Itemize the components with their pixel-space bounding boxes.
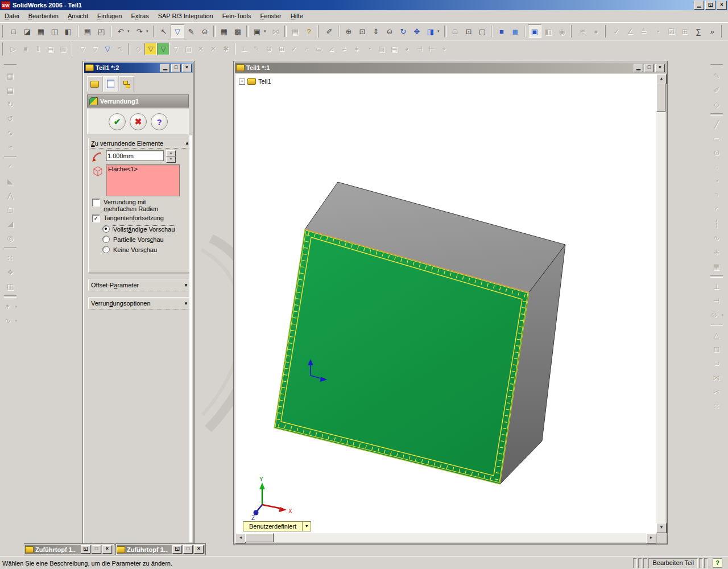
sketch-pencil-icon[interactable]: ✎ <box>184 24 198 38</box>
mini2-restore-button[interactable]: ◱ <box>172 545 182 554</box>
shaded-icon[interactable]: ◼ <box>508 24 522 38</box>
app-restore-button[interactable]: ◱ <box>705 1 715 10</box>
partial-preview-radio[interactable] <box>102 236 110 243</box>
quick-tips-help-icon[interactable]: ? <box>713 558 722 568</box>
scroll-right-icon[interactable]: ► <box>646 533 656 543</box>
help-icon[interactable]: ? <box>302 24 316 38</box>
menu-extras[interactable]: Extras <box>126 11 153 22</box>
quick-snaps-icon[interactable]: ✐ <box>322 24 336 38</box>
save-icon[interactable]: ▦ <box>34 24 48 38</box>
view-orientation-label[interactable]: Benutzerdefiniert <box>243 521 303 531</box>
cancel-button[interactable]: ✖ <box>130 113 147 130</box>
toolbar-grip[interactable] <box>605 25 607 38</box>
redo-dropdown-icon[interactable]: ▾ <box>146 25 151 38</box>
wireframe-icon[interactable]: □ <box>448 24 462 38</box>
offset-parameters-bar[interactable]: Offset-Parameter ▼ <box>88 279 191 291</box>
pm-maximize-button[interactable]: □ <box>171 64 181 72</box>
tangent-propagation-checkbox[interactable]: ✓ <box>92 215 100 222</box>
zoom-to-fit-icon[interactable]: ⊕ <box>342 24 355 38</box>
expand-arrow2-icon[interactable]: ▼ <box>184 301 188 306</box>
full-preview-radio[interactable] <box>102 225 110 233</box>
toolbar-grip[interactable] <box>71 43 74 55</box>
undo-icon[interactable]: ↶ <box>114 24 127 38</box>
undo-dropdown-icon[interactable]: ▾ <box>127 25 133 38</box>
vp-close-button[interactable]: × <box>655 64 665 72</box>
filter-surfaces-icon[interactable]: ▽ <box>157 43 169 55</box>
expand-arrow-icon[interactable]: ▼ <box>184 283 188 288</box>
horizontal-scrollbar[interactable]: ◄ ► <box>235 533 656 542</box>
pm-minimize-button[interactable]: ▁ <box>160 64 170 72</box>
equations-icon[interactable]: ∑ <box>692 24 705 38</box>
pan-icon[interactable]: ✥ <box>410 24 424 38</box>
toolbar-grip[interactable] <box>570 25 573 38</box>
rotate-view-icon[interactable]: ↻ <box>396 24 410 38</box>
toolbar-grip[interactable] <box>4 64 16 67</box>
filter-enable-icon[interactable]: ▽ <box>101 43 114 55</box>
spin-down-icon[interactable]: ▼ <box>166 156 176 163</box>
pm-close-button[interactable]: × <box>182 64 192 72</box>
menu-hilfe[interactable]: Hilfe <box>286 11 308 22</box>
graphics-area[interactable]: Y X Z + Teil1 Be <box>235 74 656 533</box>
reference-axis-icon[interactable]: ⊥ <box>726 24 728 38</box>
view-orientation-icon[interactable]: ◨ <box>424 24 437 38</box>
tree-root-label[interactable]: Teil1 <box>258 78 271 85</box>
zoom-to-area-icon[interactable]: ⊡ <box>355 24 369 38</box>
ok-button[interactable]: ✔ <box>109 113 126 130</box>
radius-spinner[interactable]: ▲▼ <box>166 150 176 163</box>
toolbar-grip[interactable] <box>2 43 5 55</box>
window-layout-icon[interactable]: ▩ <box>231 24 245 38</box>
vp-maximize-button[interactable]: □ <box>644 64 654 72</box>
open-document-icon[interactable]: ◪ <box>20 24 34 38</box>
multiple-radius-checkbox[interactable] <box>92 199 100 207</box>
selection-item[interactable]: Fläche<1> <box>108 166 177 172</box>
tab-feature-manager[interactable] <box>87 76 102 92</box>
hscroll-thumb[interactable] <box>245 533 274 542</box>
minimized-window-2[interactable]: Zuführtopf 1... ◱ □ × <box>115 543 206 555</box>
menu-sap-r-3-integration[interactable]: SAP R/3 Integration <box>154 11 218 22</box>
shadows-in-shaded-icon[interactable]: ▣ <box>528 24 541 38</box>
toolbar-grip[interactable] <box>721 25 723 38</box>
app-close-button[interactable]: × <box>717 1 727 10</box>
mini1-close-button[interactable]: × <box>102 545 112 554</box>
hidden-lines-visible-icon[interactable]: ⊡ <box>462 24 475 38</box>
selection-filter-icon[interactable]: ▽ <box>171 24 184 38</box>
overflow-chevron-icon[interactable]: » <box>705 24 719 38</box>
view-orientation-dropdown-icon[interactable]: ▾ <box>437 25 442 38</box>
appearance-icon[interactable]: ▣ <box>250 24 264 38</box>
make-assembly-from-part-icon[interactable]: ◧ <box>61 24 75 38</box>
select-arrow-icon[interactable]: ↖ <box>157 24 171 38</box>
vertical-scrollbar[interactable]: ▲ ▼ <box>656 74 665 533</box>
scroll-up-icon[interactable]: ▲ <box>656 74 667 84</box>
toolbar-grip[interactable] <box>317 25 320 38</box>
vp-window-titlebar[interactable]: Teil1 *:1 ▁ □ × <box>235 63 666 73</box>
menu-datei[interactable]: Datei <box>0 11 24 22</box>
mini1-restore-button[interactable]: ◱ <box>81 545 90 554</box>
fillet-options-bar[interactable]: Verrundungsoptionen ▼ <box>88 297 191 310</box>
pm-window-titlebar[interactable]: Teil1 *:2 ▁ □ × <box>84 63 193 73</box>
hidden-lines-removed-icon[interactable]: ▢ <box>475 24 489 38</box>
spin-up-icon[interactable]: ▲ <box>166 150 176 156</box>
mini2-maximize-button[interactable]: □ <box>183 545 193 554</box>
menu-einf-gen[interactable]: Einfügen <box>93 11 126 22</box>
view-orientation-dropdown-icon[interactable]: ▼ <box>303 521 311 531</box>
print-preview-icon[interactable]: ◰ <box>94 24 108 38</box>
no-preview-radio[interactable] <box>102 246 110 253</box>
pm-help-button[interactable]: ? <box>151 113 168 130</box>
scroll-left-icon[interactable]: ◄ <box>235 533 246 543</box>
view-orientation-button[interactable]: Benutzerdefiniert ▼ <box>243 521 311 531</box>
tab-property-manager[interactable] <box>103 76 118 92</box>
vscroll-thumb[interactable] <box>656 84 665 112</box>
mini2-close-button[interactable]: × <box>194 545 204 554</box>
app-minimize-button[interactable]: ▁ <box>694 1 704 10</box>
make-drawing-from-part-icon[interactable]: ◫ <box>48 24 61 38</box>
group-items-title[interactable]: Zu verrundende Elemente ▲ <box>89 138 192 149</box>
radius-input[interactable] <box>106 150 164 161</box>
tab-configuration-manager[interactable] <box>119 76 134 92</box>
menu-fein-tools[interactable]: Fein-Tools <box>218 11 256 22</box>
new-document-icon[interactable]: □ <box>7 24 20 38</box>
shaded-with-edges-icon[interactable]: ■ <box>495 24 508 38</box>
redo-icon[interactable]: ↷ <box>133 24 146 38</box>
capsule-select-icon[interactable]: ⊜ <box>198 24 212 38</box>
vp-minimize-button[interactable]: ▁ <box>634 64 643 72</box>
minimized-window-1[interactable]: Zuführtopf 1... ◱ □ × <box>24 543 114 555</box>
